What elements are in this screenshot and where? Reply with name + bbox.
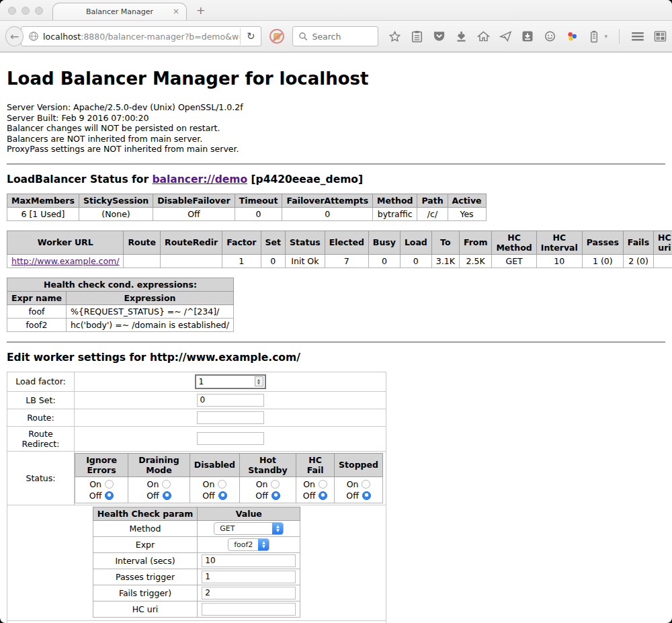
chat-smiley-icon[interactable] xyxy=(543,30,556,43)
search-input[interactable] xyxy=(312,32,372,42)
reading-list-icon[interactable] xyxy=(410,30,423,43)
balancer-demo-link[interactable]: balancer://demo xyxy=(152,173,247,185)
globe-icon xyxy=(28,31,39,42)
pocket-icon[interactable] xyxy=(432,30,446,43)
page-content: Load Balancer Manager for localhost Serv… xyxy=(0,52,672,623)
load-factor-input-wrap: ▲▼ xyxy=(195,374,266,389)
route-redirect-input[interactable] xyxy=(197,432,264,445)
url-domain: localhost xyxy=(43,32,81,42)
number-spinner-icon[interactable]: ▲▼ xyxy=(255,376,263,386)
stopped-off-radio[interactable] xyxy=(362,491,371,500)
load-factor-input[interactable] xyxy=(196,377,255,386)
col-routeredir: RouteRedir xyxy=(161,231,222,254)
worker-row: http://www.example.com/ 1 0 Init Ok 7 0 … xyxy=(7,254,672,267)
col-hc-interval: HC Interval xyxy=(536,231,582,254)
hc-row-passes: Passes trigger xyxy=(93,569,300,585)
hc-uri-input[interactable] xyxy=(202,603,296,616)
hc-row-expr: Expr foof2 ▲▼ xyxy=(93,536,300,552)
method-select[interactable]: GET ▲▼ xyxy=(214,522,284,535)
col-hc-fail: HC Fail xyxy=(296,453,335,476)
back-button[interactable]: ← xyxy=(5,26,24,46)
browser-window: Balancer Manager × + ← localhost:8880/ba… xyxy=(0,0,672,623)
status-header-row: Ignore Errors Draining Mode Disabled Hot… xyxy=(75,453,383,476)
disabled-on-radio[interactable] xyxy=(218,480,226,489)
disabled-radios: On Off xyxy=(190,476,239,503)
draining-mode-off-radio[interactable] xyxy=(163,491,171,500)
edit-worker-heading: Edit worker settings for http://www.exam… xyxy=(7,351,665,364)
form-row-health-check: Health Check param Value Method GET ▲▼ xyxy=(7,505,386,620)
downloads-icon[interactable] xyxy=(454,30,468,43)
tab-groups-icon[interactable] xyxy=(653,30,667,43)
cell-load: 0 xyxy=(400,254,431,267)
save-page-icon[interactable] xyxy=(521,30,534,43)
download-helper-dots-icon[interactable] xyxy=(565,30,579,43)
expr-row: foof2 hc('body') =~ /domain is establish… xyxy=(7,318,234,331)
search-bar[interactable] xyxy=(292,26,378,46)
worker-url-link[interactable]: http://www.example.com/ xyxy=(11,256,119,266)
window-close-button[interactable] xyxy=(8,7,16,15)
reload-button[interactable]: ↻ xyxy=(240,28,261,45)
divider xyxy=(7,341,665,343)
col-stickysession: StickySession xyxy=(79,194,153,207)
edit-worker-form: Load factor: ▲▼ LB Set: Route: Route Red… xyxy=(7,372,386,623)
ignore-errors-on-radio[interactable] xyxy=(105,480,114,489)
col-fails: Fails xyxy=(623,231,653,254)
col-from: From xyxy=(459,231,492,254)
home-icon[interactable] xyxy=(476,30,490,43)
hc-fail-on-radio[interactable] xyxy=(319,480,327,489)
hot-standby-on-radio[interactable] xyxy=(271,480,280,489)
fails-input[interactable] xyxy=(202,587,296,599)
hot-standby-off-radio[interactable] xyxy=(271,491,280,500)
send-icon[interactable] xyxy=(499,30,512,43)
form-row-submit: Submit xyxy=(7,620,386,623)
form-row-route: Route: xyxy=(7,409,386,426)
table-row: 6 [1 Used] (None) Off 0 0 bytraffic /c/ … xyxy=(7,207,487,220)
tab-close-icon[interactable]: × xyxy=(173,7,179,16)
col-status: Status xyxy=(286,231,325,254)
disabled-off-radio[interactable] xyxy=(218,491,227,500)
passes-input[interactable] xyxy=(202,571,296,583)
tab-balancer-manager[interactable]: Balancer Manager × xyxy=(52,3,187,20)
draining-mode-on-radio[interactable] xyxy=(162,480,171,489)
window-zoom-button[interactable] xyxy=(35,7,43,15)
cell-to: 3.1K xyxy=(431,254,459,267)
lb-set-input[interactable] xyxy=(197,394,264,407)
form-row-load-factor: Load factor: ▲▼ xyxy=(7,372,386,391)
off-label: Off xyxy=(202,490,214,501)
col-hc-param: Health Check param xyxy=(93,507,198,520)
interval-input[interactable] xyxy=(202,554,296,567)
extension-dropdown-caret-icon[interactable]: ▾ xyxy=(604,33,607,40)
hc-row-interval: Interval (secs) xyxy=(93,552,300,569)
col-disablefailover: DisableFailover xyxy=(153,194,235,207)
cell-set: 0 xyxy=(261,254,285,267)
menu-hamburger-icon[interactable] xyxy=(631,30,644,43)
health-check-param-table: Health Check param Value Method GET ▲▼ xyxy=(93,507,301,618)
cell-route xyxy=(124,254,161,267)
bookmark-star-icon[interactable] xyxy=(388,30,401,43)
url-bar[interactable]: localhost:8880/balancer-manager?b=demo&w… xyxy=(21,26,261,46)
expr-select[interactable]: foof2 ▲▼ xyxy=(228,538,269,551)
on-label: On xyxy=(89,479,101,490)
window-minimize-button[interactable] xyxy=(22,7,30,15)
col-method: Method xyxy=(373,194,417,207)
stopped-on-radio[interactable] xyxy=(362,480,370,489)
cell-method: bytraffic xyxy=(373,207,417,220)
server-info: Server Version: Apache/2.5.0-dev (Unix) … xyxy=(7,102,665,155)
col-set: Set xyxy=(261,231,285,254)
form-row-status: Status: Ignore Errors Draining Mode Disa… xyxy=(7,451,386,505)
route-input[interactable] xyxy=(197,411,264,424)
off-label: Off xyxy=(255,490,267,501)
adblock-icon[interactable] xyxy=(269,29,284,44)
method-select-value: GET xyxy=(214,524,272,533)
cell-stickysession: (None) xyxy=(79,207,153,220)
off-label: Off xyxy=(146,490,159,501)
col-route: Route xyxy=(124,231,161,254)
new-tab-button[interactable]: + xyxy=(196,4,205,17)
col-worker-url: Worker URL xyxy=(7,231,124,254)
hc-fail-off-radio[interactable] xyxy=(319,491,327,500)
ignore-errors-off-radio[interactable] xyxy=(105,491,114,500)
status-radio-table: Ignore Errors Draining Mode Disabled Hot… xyxy=(75,453,383,503)
col-hc-value: Value xyxy=(198,507,300,520)
form-row-route-redirect: Route Redirect: xyxy=(7,426,386,451)
battery-extension-icon[interactable] xyxy=(587,30,601,43)
